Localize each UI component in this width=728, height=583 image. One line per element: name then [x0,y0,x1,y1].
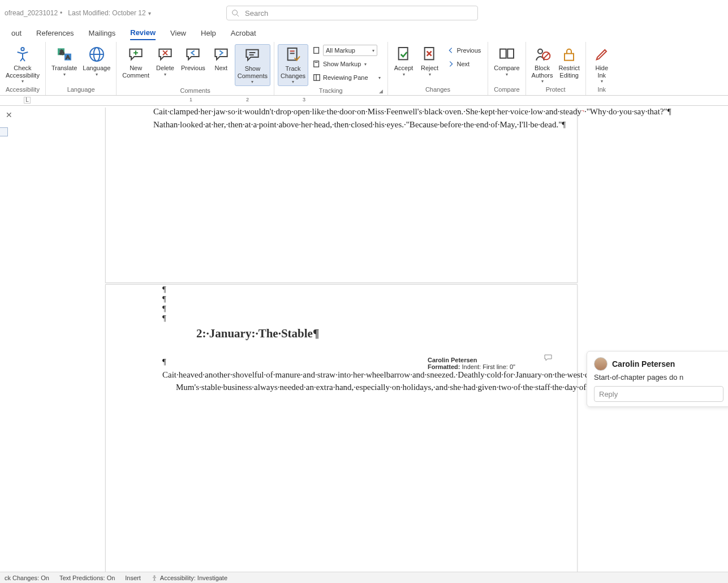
block-authors-button[interactable]: Block Authors ▾ [529,44,555,85]
chevron-down-icon: ▾ [601,79,603,84]
document-name: ofread_20231012 [5,9,58,17]
group-changes: Accept ▾ Reject ▾ Previous Next Changes [388,42,489,95]
svg-point-34 [154,575,155,576]
show-comments-button[interactable]: Show Comments ▾ [235,44,270,86]
next-change-button[interactable]: Next [445,58,484,70]
block-authors-icon [533,45,552,63]
previous-change-button[interactable]: Previous [445,44,484,57]
translate-button[interactable]: あA Translate ▾ [49,44,79,78]
svg-rect-22 [314,75,320,81]
document-page[interactable]: maybe·I·will·understand·whatever·it·is·t… [105,108,578,283]
reject-button[interactable]: Reject ▾ [417,44,442,78]
previous-comment-button[interactable]: Previous [179,44,208,73]
last-modified-label[interactable]: Last Modified: October 12 [68,9,145,17]
paragraph-mark: ¶ [106,314,577,323]
hide-ink-button[interactable]: Hide Ink ▾ [589,44,614,85]
bullet-sep: • [60,9,62,17]
chevron-down-icon: ▾ [429,72,431,77]
ribbon-tabs: out References Mailings Review View Help… [0,26,728,42]
group-ink: Hide Ink ▾ Ink [586,42,618,95]
search-box[interactable]: Search [226,6,478,20]
svg-text:A: A [66,54,70,60]
svg-rect-33 [565,54,574,61]
tab-view[interactable]: View [170,29,186,40]
accept-icon [395,45,413,63]
svg-point-0 [232,10,238,15]
status-bar: ck Changes: On Text Predictions: On Inse… [0,572,728,583]
arrow-right-icon [447,60,455,68]
search-placeholder: Search [245,9,268,18]
tab-help[interactable]: Help [201,29,216,40]
comment-anchor-icon[interactable] [544,354,553,363]
arrow-left-icon [447,46,455,54]
delete-comment-button[interactable]: Delete ▾ [153,44,178,78]
tab-references[interactable]: References [36,29,74,40]
compare-button[interactable]: Compare ▾ [492,44,522,78]
show-markup-button[interactable]: Show Markup ▾ [311,58,383,70]
next-comment-button[interactable]: Next [209,44,234,73]
ruler[interactable]: L 1 2 3 [0,96,728,106]
svg-rect-20 [314,61,319,67]
tab-review[interactable]: Review [130,28,156,40]
group-protect: Block Authors ▾ Restrict Editing Protect [526,42,586,95]
reject-icon [421,45,439,63]
comment-next-icon [212,45,230,63]
reviewing-pane-button[interactable]: Reviewing Pane ▾ [311,71,383,84]
chevron-down-icon: ▾ [378,75,381,80]
tab-acrobat[interactable]: Acrobat [231,29,256,40]
search-icon [231,9,239,17]
group-comments: New Comment Delete ▾ Previous Next Show … [117,42,274,95]
chevron-down-icon: ▾ [403,72,405,77]
comment-previous-icon [184,45,202,63]
document-page[interactable]: ¶ ¶ ¶ ¶ 2:·January:·The·Stable¶ ¶ Cait·h… [105,284,578,572]
group-tracking: Track Changes ▾ All Markup▾ Show Markup … [274,42,388,95]
language-button[interactable]: Language ▾ [80,44,113,78]
svg-line-1 [237,15,239,17]
chevron-down-icon: ▾ [63,72,66,77]
collapsed-pane[interactable] [0,127,8,136]
status-track-changes[interactable]: ck Changes: On [5,575,49,581]
chevron-down-icon: ▾ [96,72,98,77]
comment-card[interactable]: Carolin Petersen Start-of-chapter pages … [587,351,728,407]
tab-layout[interactable]: out [11,29,21,40]
chapter-heading[interactable]: 2:·January:·The·Stable¶ [106,327,577,341]
status-insert-mode[interactable]: Insert [125,575,141,581]
accept-button[interactable]: Accept ▾ [391,44,416,78]
translate-icon: あA [55,45,74,63]
comment-reply-input[interactable]: Reply [594,386,723,402]
comment-show-icon [243,46,261,64]
comment-delete-icon [156,45,174,63]
show-markup-icon [313,60,321,68]
chevron-down-icon: ▾ [292,79,294,84]
chevron-down-icon: ▾ [372,48,374,53]
markup-icon [313,46,321,54]
document-area[interactable]: maybe·I·will·understand·whatever·it·is·t… [32,108,728,572]
dialog-launcher-icon[interactable]: ◢ [379,88,383,94]
new-comment-button[interactable]: New Comment [120,44,152,80]
chevron-down-icon: ▾ [541,79,544,84]
chevron-down-icon: ▾ [21,79,24,84]
svg-rect-29 [507,49,514,58]
paragraph-mark: ¶ [106,304,577,314]
paragraph-mark: ¶ [106,285,577,294]
markup-display-select[interactable]: All Markup▾ [311,44,383,57]
status-accessibility[interactable]: Accessibility: Investigate [151,575,227,581]
tab-selector[interactable]: L [24,97,31,104]
track-changes-button[interactable]: Track Changes ▾ [278,44,308,86]
comment-new-icon [127,45,145,63]
svg-text:あ: あ [59,49,64,55]
tab-mailings[interactable]: Mailings [89,29,116,40]
close-pane-icon[interactable]: ✕ [6,110,12,119]
check-accessibility-button[interactable]: Check Accessibility ▾ [3,44,42,85]
accessibility-icon [14,45,32,63]
tracked-change-balloon[interactable]: Carolin Petersen Formatted: Indent: Firs… [428,357,515,370]
comment-author: Carolin Petersen [612,359,675,368]
status-text-predictions[interactable]: Text Predictions: On [59,575,115,581]
chevron-down-icon[interactable]: ▾ [148,10,151,16]
pen-icon [593,45,611,63]
svg-point-30 [538,49,542,54]
paragraph-mark: ¶ [106,294,577,304]
chevron-down-icon: ▾ [164,72,166,77]
restrict-editing-button[interactable]: Restrict Editing [557,44,582,80]
svg-point-2 [21,48,24,50]
